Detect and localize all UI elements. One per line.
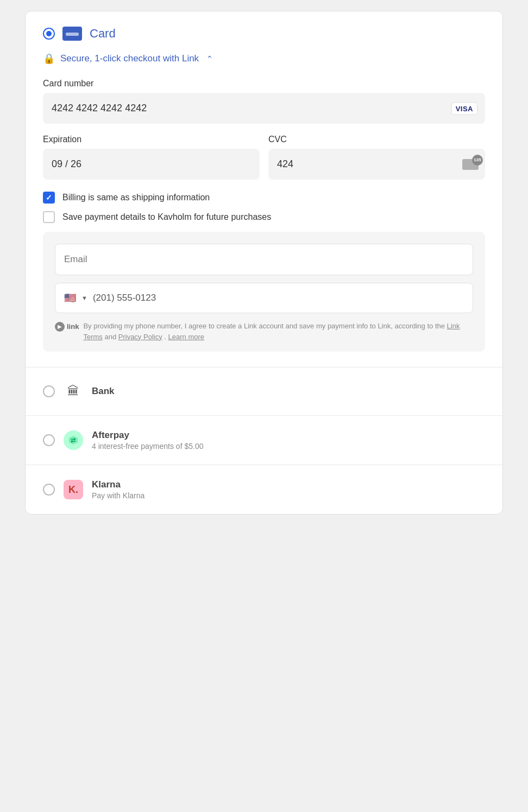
- link-logo: ▶ link: [55, 321, 79, 332]
- link-brand: link: [67, 321, 79, 332]
- link-terms-text: By providing my phone number, I agree to…: [83, 321, 473, 342]
- link-disclaimer-prefix: By providing my phone number, I agree to…: [83, 322, 445, 330]
- link-arrow-icon: ▶: [55, 322, 65, 332]
- card-section: Card 🔒 Secure, 1-click checkout with Lin…: [26, 11, 502, 367]
- card-label: Card: [90, 27, 116, 41]
- bank-option[interactable]: 🏛 Bank: [26, 367, 502, 415]
- afterpay-option[interactable]: ⇄ Afterpay 4 interest-free payments of $…: [26, 416, 502, 465]
- phone-input[interactable]: (201) 555-0123: [93, 293, 156, 303]
- expiration-label: Expiration: [43, 135, 260, 144]
- link-and: and: [104, 333, 116, 341]
- card-number-label: Card number: [43, 79, 485, 88]
- privacy-policy-link[interactable]: Privacy Policy: [118, 333, 162, 341]
- afterpay-radio[interactable]: [43, 434, 55, 446]
- cvc-group: CVC: [268, 135, 485, 180]
- afterpay-sub: 4 interest-free payments of $5.00: [92, 442, 203, 451]
- billing-same-checkbox[interactable]: [43, 192, 55, 204]
- bank-info: Bank: [92, 386, 115, 397]
- klarna-option[interactable]: K. Klarna Pay with Klarna: [26, 465, 502, 514]
- afterpay-info: Afterpay 4 interest-free payments of $5.…: [92, 430, 203, 451]
- billing-same-label: Billing is same as shipping information: [62, 193, 210, 202]
- bank-label: Bank: [92, 386, 115, 397]
- chevron-down-icon: ⌃: [206, 54, 213, 63]
- save-payment-checkbox[interactable]: [43, 211, 55, 223]
- visa-badge: VISA: [451, 102, 477, 115]
- expiration-input[interactable]: [43, 149, 260, 180]
- klarna-sub: Pay with Klarna: [92, 491, 144, 500]
- payment-form: Card 🔒 Secure, 1-click checkout with Lin…: [25, 11, 503, 515]
- secure-checkout-text: Secure, 1-click checkout with Link: [60, 53, 199, 64]
- phone-country-chevron[interactable]: ▼: [81, 295, 87, 301]
- klarna-info: Klarna Pay with Klarna: [92, 479, 144, 500]
- card-option-header: Card: [43, 27, 485, 41]
- klarna-label: Klarna: [92, 479, 144, 490]
- billing-checkbox-row[interactable]: Billing is same as shipping information: [43, 192, 485, 204]
- phone-row[interactable]: 🇺🇸 ▼ (201) 555-0123: [55, 283, 473, 313]
- card-radio[interactable]: [43, 28, 55, 40]
- expiration-group: Expiration: [43, 135, 260, 180]
- card-number-wrapper: VISA: [43, 93, 485, 124]
- flag-icon: 🇺🇸: [64, 292, 76, 304]
- bank-radio[interactable]: [43, 385, 55, 397]
- bank-icon: 🏛: [64, 382, 83, 401]
- expiry-cvc-row: Expiration CVC: [43, 135, 485, 180]
- cvc-card-icon: [462, 159, 479, 170]
- save-payment-label: Save payment details to Kavholm for futu…: [62, 212, 271, 222]
- card-number-input[interactable]: [43, 93, 485, 124]
- link-disclaimer-text: ▶ link By providing my phone number, I a…: [55, 321, 473, 342]
- cvc-wrapper: [268, 149, 485, 180]
- svg-text:⇄: ⇄: [71, 437, 76, 443]
- learn-more-link[interactable]: Learn more: [168, 333, 204, 341]
- afterpay-label: Afterpay: [92, 430, 203, 441]
- link-info-box: 🇺🇸 ▼ (201) 555-0123 ▶ link By providing …: [43, 232, 485, 352]
- lock-icon: 🔒: [43, 53, 55, 65]
- save-payment-checkbox-row[interactable]: Save payment details to Kavholm for futu…: [43, 211, 485, 223]
- klarna-icon: K.: [64, 480, 83, 499]
- cvc-label: CVC: [268, 135, 485, 144]
- afterpay-icon: ⇄: [64, 430, 83, 450]
- klarna-radio[interactable]: [43, 484, 55, 496]
- link-checkout-row[interactable]: 🔒 Secure, 1-click checkout with Link ⌃: [43, 53, 485, 65]
- card-payment-icon: [62, 27, 82, 41]
- email-input[interactable]: [55, 244, 473, 275]
- cvc-input[interactable]: [268, 149, 485, 180]
